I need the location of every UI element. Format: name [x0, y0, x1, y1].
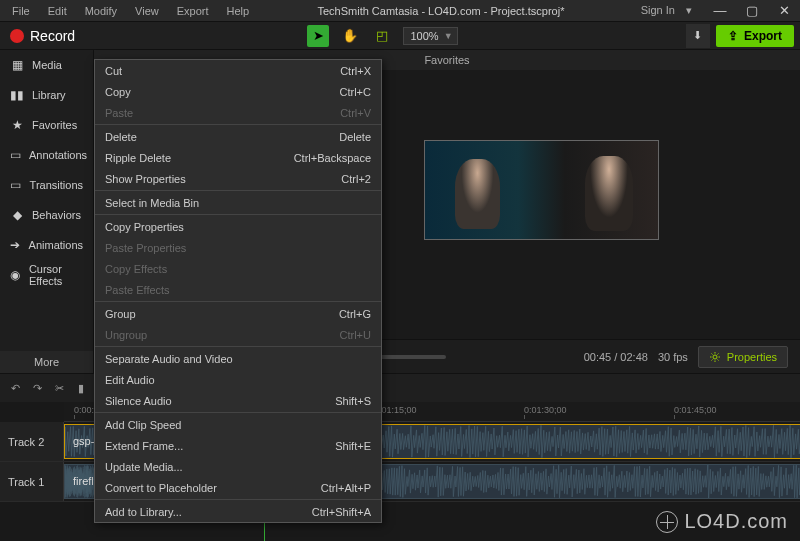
ctx-group[interactable]: GroupCtrl+G [95, 303, 381, 324]
watermark: LO4D.com [656, 510, 788, 533]
svg-point-0 [713, 355, 717, 359]
ctx-label: Delete [105, 131, 137, 143]
track-label[interactable]: Track 2 [0, 422, 64, 461]
video-preview[interactable] [424, 140, 659, 240]
crop-tool[interactable]: ◰ [371, 25, 393, 47]
ctx-label: Ripple Delete [105, 152, 171, 164]
behaviors-icon: ◆ [10, 208, 24, 222]
close-button[interactable]: ✕ [772, 3, 796, 19]
record-label: Record [30, 28, 75, 44]
sidebar-item-transitions[interactable]: ▭Transitions [0, 170, 93, 200]
undo-button[interactable]: ↶ [6, 379, 24, 397]
ctx-extend-frame-[interactable]: Extend Frame...Shift+E [95, 435, 381, 456]
minimize-button[interactable]: — [708, 3, 732, 19]
menu-export[interactable]: Export [169, 3, 217, 19]
sidebar-item-animations[interactable]: ➔Animations [0, 230, 93, 260]
library-icon: ▮▮ [10, 88, 24, 102]
menu-bar: FileEditModifyViewExportHelp [4, 3, 257, 19]
fps-display: 30 fps [658, 351, 688, 363]
sidebar-item-label: Animations [29, 239, 83, 251]
ctx-delete[interactable]: DeleteDelete [95, 126, 381, 147]
track-label[interactable]: Track 1 [0, 462, 64, 501]
sidebar-item-favorites[interactable]: ★Favorites [0, 110, 93, 140]
properties-button[interactable]: Properties [698, 346, 788, 368]
menu-separator [95, 124, 381, 125]
select-tool[interactable]: ➤ [307, 25, 329, 47]
export-button[interactable]: ⇪ Export [716, 25, 794, 47]
ctx-label: Update Media... [105, 461, 183, 473]
ctx-silence-audio[interactable]: Silence AudioShift+S [95, 390, 381, 411]
sidebar-item-label: Annotations [29, 149, 87, 161]
menu-separator [95, 412, 381, 413]
ctx-edit-audio[interactable]: Edit Audio [95, 369, 381, 390]
menu-help[interactable]: Help [219, 3, 258, 19]
record-icon [10, 29, 24, 43]
sidebar-more[interactable]: More [0, 351, 93, 373]
zoom-dropdown[interactable]: 100% ▼ [403, 27, 457, 45]
sidebar-item-library[interactable]: ▮▮Library [0, 80, 93, 110]
record-button[interactable]: Record [6, 26, 79, 46]
ctx-shortcut: Ctrl+Backspace [294, 152, 371, 164]
ctx-shortcut: Ctrl+V [340, 107, 371, 119]
ctx-shortcut: Ctrl+2 [341, 173, 371, 185]
sidebar-item-cursor-effects[interactable]: ◉Cursor Effects [0, 260, 93, 290]
ctx-shortcut: Ctrl+Alt+P [321, 482, 371, 494]
ctx-shortcut: Shift+S [335, 395, 371, 407]
sidebar-item-label: Media [32, 59, 62, 71]
zoom-value: 100% [410, 30, 438, 42]
preview-content [585, 156, 633, 231]
ctx-label: Cut [105, 65, 122, 77]
ctx-paste: PasteCtrl+V [95, 102, 381, 123]
ctx-show-properties[interactable]: Show PropertiesCtrl+2 [95, 168, 381, 189]
download-button[interactable]: ⬇ [686, 24, 710, 48]
ctx-label: Add Clip Speed [105, 419, 181, 431]
sidebar-item-annotations[interactable]: ▭Annotations [0, 140, 93, 170]
ctx-select-in-media-bin[interactable]: Select in Media Bin [95, 192, 381, 213]
menu-view[interactable]: View [127, 3, 167, 19]
watermark-text: LO4D.com [684, 510, 788, 533]
timecode: 00:45 / 02:48 [584, 351, 648, 363]
globe-icon [656, 511, 678, 533]
menu-edit[interactable]: Edit [40, 3, 75, 19]
ctx-paste-properties: Paste Properties [95, 237, 381, 258]
ctx-separate-audio-and-video[interactable]: Separate Audio and Video [95, 348, 381, 369]
ctx-ripple-delete[interactable]: Ripple DeleteCtrl+Backspace [95, 147, 381, 168]
animations-icon: ➔ [10, 238, 21, 252]
ctx-update-media-[interactable]: Update Media... [95, 456, 381, 477]
gear-icon [709, 351, 721, 363]
ctx-shortcut: Ctrl+Shift+A [312, 506, 371, 518]
ctx-label: Group [105, 308, 136, 320]
ctx-label: Copy Properties [105, 221, 184, 233]
ctx-label: Separate Audio and Video [105, 353, 233, 365]
ctx-label: Silence Audio [105, 395, 172, 407]
ctx-label: Copy Effects [105, 263, 167, 275]
ctx-shortcut: Ctrl+C [340, 86, 371, 98]
pan-tool[interactable]: ✋ [339, 25, 361, 47]
ctx-shortcut: Delete [339, 131, 371, 143]
maximize-button[interactable]: ▢ [740, 3, 764, 19]
sidebar-item-behaviors[interactable]: ◆Behaviors [0, 200, 93, 230]
ctx-label: Select in Media Bin [105, 197, 199, 209]
ctx-shortcut: Ctrl+U [340, 329, 371, 341]
redo-button[interactable]: ↷ [28, 379, 46, 397]
window-title: TechSmith Camtasia - LO4D.com - Project.… [257, 5, 625, 17]
sidebar-item-media[interactable]: ▦Media [0, 50, 93, 80]
ctx-shortcut: Shift+E [335, 440, 371, 452]
sidebar: ▦Media▮▮Library★Favorites▭Annotations▭Tr… [0, 50, 94, 373]
ctx-add-clip-speed[interactable]: Add Clip Speed [95, 414, 381, 435]
ctx-copy-properties[interactable]: Copy Properties [95, 216, 381, 237]
ctx-paste-effects: Paste Effects [95, 279, 381, 300]
sign-in-button[interactable]: Sign In ▾ [625, 2, 700, 19]
ctx-shortcut: Ctrl+X [340, 65, 371, 77]
ctx-label: Convert to Placeholder [105, 482, 217, 494]
menu-separator [95, 346, 381, 347]
ctx-convert-to-placeholder[interactable]: Convert to PlaceholderCtrl+Alt+P [95, 477, 381, 498]
cut-button[interactable]: ✂ [50, 379, 68, 397]
ctx-cut[interactable]: CutCtrl+X [95, 60, 381, 81]
menu-modify[interactable]: Modify [77, 3, 125, 19]
ctx-label: Extend Frame... [105, 440, 183, 452]
split-button[interactable]: ▮ [72, 379, 90, 397]
ctx-add-to-library-[interactable]: Add to Library...Ctrl+Shift+A [95, 501, 381, 522]
menu-file[interactable]: File [4, 3, 38, 19]
ctx-copy[interactable]: CopyCtrl+C [95, 81, 381, 102]
